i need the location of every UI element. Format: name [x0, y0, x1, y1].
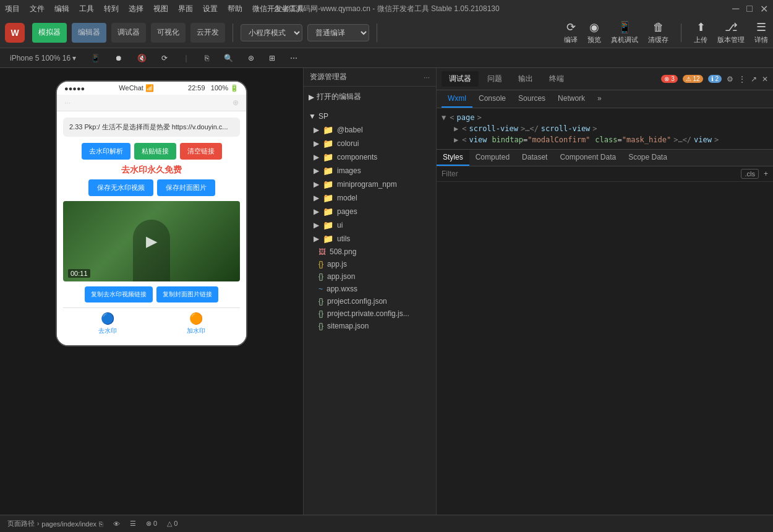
version-action[interactable]: ⎇ 版本管理 [717, 20, 745, 45]
wxml-arrow-view[interactable]: ▶ [454, 135, 458, 144]
minimize-button[interactable]: ─ [732, 3, 739, 14]
copy-cover-button[interactable]: 复制封面图片链接 [156, 286, 218, 302]
compile-label: 编译 [564, 35, 578, 45]
wxml-arrow-page[interactable]: ▼ [442, 113, 446, 122]
wxml-line-scrollview[interactable]: ▶ <scroll-view>…</scroll-view> [442, 123, 768, 134]
tab-debugger[interactable]: 调试器 [442, 71, 479, 87]
menu-item-project[interactable]: 项目 [5, 4, 20, 14]
styles-tab-component-data[interactable]: Component Data [553, 150, 622, 166]
menu-icon[interactable]: ☰ [130, 520, 136, 528]
play-icon[interactable]: ▶ [146, 233, 157, 250]
sub-toolbar: iPhone 5 100% 16 ▾ 📱 ⏺ 🔇 ⟳ | ⎘ 🔍 ⊛ ⊞ ⋯ [0, 48, 773, 68]
subtab-more[interactable]: » [591, 90, 608, 108]
menu-item-view[interactable]: 视图 [153, 4, 168, 14]
clearcache-action[interactable]: 🗑 清缓存 [648, 21, 668, 45]
close-devtools-icon[interactable]: ✕ [762, 75, 768, 84]
expand-icon[interactable]: ↗ [751, 75, 757, 84]
tab-output[interactable]: 输出 [511, 71, 540, 87]
settings-icon[interactable]: ⚙ [727, 75, 733, 84]
file-appwxss[interactable]: ~ app.wxss [304, 283, 436, 295]
menu-item-select[interactable]: 选择 [129, 4, 143, 14]
mode-select[interactable]: 小程序模式 [241, 24, 302, 41]
external-link-icon[interactable]: ⎘ [99, 520, 103, 528]
chevron-right-icon: ▶ [314, 180, 319, 189]
paste-button[interactable]: 粘贴链接 [134, 143, 176, 160]
wxml-arrow-scrollview[interactable]: ▶ [454, 124, 458, 133]
video-thumbnail[interactable]: ▶ 00:11 [63, 201, 240, 281]
open-editors-header[interactable]: ▶ 打开的编辑器 [304, 89, 436, 105]
file-projectprivate[interactable]: {} project.private.config.js... [304, 307, 436, 320]
menu-item-help[interactable]: 帮助 [228, 4, 242, 14]
folder-images[interactable]: ▶ 📁 images [304, 164, 436, 178]
file-appjs[interactable]: {} app.js [304, 258, 436, 270]
file-appjson-label: app.json [327, 272, 355, 281]
close-button[interactable]: ✕ [760, 3, 768, 15]
save-video-button[interactable]: 保存无水印视频 [88, 179, 153, 196]
preview-action[interactable]: ◉ 预览 [587, 20, 601, 45]
folder-model[interactable]: ▶ 📁 model [304, 191, 436, 205]
visualize-button[interactable]: 可视化 [151, 23, 186, 43]
styles-tab-scope-data[interactable]: Scope Data [622, 150, 673, 166]
details-action[interactable]: ☰ 详情 [754, 20, 768, 45]
subtab-console[interactable]: Console [472, 90, 512, 108]
file-projectconfig[interactable]: {} project.config.json [304, 295, 436, 307]
menu-item-file[interactable]: 文件 [30, 4, 45, 14]
url-input[interactable]: 2.33 Pkp:/ 生活不是选择而是热爱 https://v.douyin.c… [63, 118, 240, 137]
clear-button[interactable]: 清空链接 [180, 143, 222, 160]
editor-button[interactable]: 编辑器 [72, 23, 106, 43]
copy-video-button[interactable]: 复制去水印视频链接 [85, 286, 153, 302]
folder-miniprogram-npm[interactable]: ▶ 📁 miniprogram_npm [304, 178, 436, 191]
folder-colorui[interactable]: ▶ 📁 colorui [304, 137, 436, 150]
eye-icon[interactable]: 👁 [113, 520, 120, 528]
file-more-icon[interactable]: ··· [424, 73, 430, 82]
cloud-button[interactable]: 云开发 [190, 23, 225, 43]
file-sitemap[interactable]: {} sitemap.json [304, 320, 436, 332]
folder-pages[interactable]: ▶ 📁 pages [304, 205, 436, 218]
compile-select[interactable]: 普通编译 [307, 24, 369, 41]
file-508png[interactable]: 🖼 508.png [304, 246, 436, 258]
folder-icon: 📁 [323, 207, 333, 217]
styles-tab-dataset[interactable]: Dataset [516, 150, 553, 166]
menu-item-settings[interactable]: 设置 [203, 4, 218, 14]
save-cover-button[interactable]: 保存封面图片 [157, 179, 215, 196]
nav-add-watermark[interactable]: 🟠 加水印 [152, 308, 240, 339]
upload-label: 上传 [694, 35, 707, 45]
maximize-button[interactable]: □ [746, 3, 753, 14]
more-devtools-icon[interactable]: ⋮ [738, 75, 746, 84]
menu-item-interface[interactable]: 界面 [178, 4, 193, 14]
menu-item-edit[interactable]: 编辑 [54, 4, 69, 14]
devtools-panel: 调试器 问题 输出 终端 ⊗ 3 ⚠ 12 ℹ 2 ⚙ ⋮ ↗ ✕ Wxml C… [436, 68, 773, 515]
menu-item-tool[interactable]: 工具 [79, 4, 94, 14]
compile-action[interactable]: ⟳ 编译 [564, 20, 578, 45]
upload-action[interactable]: ⬆ 上传 [694, 20, 707, 45]
back-icon[interactable]: ··· [64, 98, 70, 107]
styles-tab-computed[interactable]: Computed [469, 150, 516, 166]
tab-issues[interactable]: 问题 [480, 71, 510, 87]
realtest-action[interactable]: 📱 真机调试 [611, 20, 638, 45]
file-appjson[interactable]: {} app.json [304, 270, 436, 283]
watermark-parse-button[interactable]: 去水印解析 [82, 143, 130, 160]
device-selector[interactable]: iPhone 5 100% 16 ▾ [10, 54, 76, 62]
tab-terminal[interactable]: 终端 [542, 71, 571, 87]
folder-ui[interactable]: ▶ 📁 ui [304, 218, 436, 232]
debugger-button[interactable]: 调试器 [111, 23, 146, 43]
add-style-icon[interactable]: + [764, 169, 768, 178]
toolbar-actions: ⟳ 编译 ◉ 预览 📱 真机调试 🗑 清缓存 ⬆ 上传 ⎇ 版本管理 ☰ 详情 [564, 20, 768, 45]
subtab-wxml[interactable]: Wxml [442, 90, 472, 108]
nav-remove-watermark[interactable]: 🔵 去水印 [63, 308, 152, 339]
folder-babel[interactable]: ▶ 📁 @babel [304, 123, 436, 137]
folder-components[interactable]: ▶ 📁 components [304, 150, 436, 164]
subtab-sources[interactable]: Sources [512, 90, 552, 108]
subtab-network[interactable]: Network [552, 90, 591, 108]
menu-item-goto[interactable]: 转到 [104, 4, 119, 14]
filter-input[interactable] [442, 169, 736, 178]
wxml-line-view[interactable]: ▶ <view bindtap="modalConfirm" class="ma… [442, 134, 768, 145]
folder-utils[interactable]: ▶ 📁 utils [304, 232, 436, 246]
clearcache-label: 清缓存 [648, 35, 668, 45]
cls-button[interactable]: .cls [741, 169, 759, 179]
simulator-button[interactable]: 模拟器 [32, 23, 67, 43]
sp-section-header[interactable]: ▼ SP [304, 109, 436, 123]
wxml-line-page[interactable]: ▼ <page> [442, 112, 768, 123]
styles-tab-styles[interactable]: Styles [437, 150, 469, 166]
more-wechat-icon[interactable]: ⊕ [233, 98, 239, 107]
